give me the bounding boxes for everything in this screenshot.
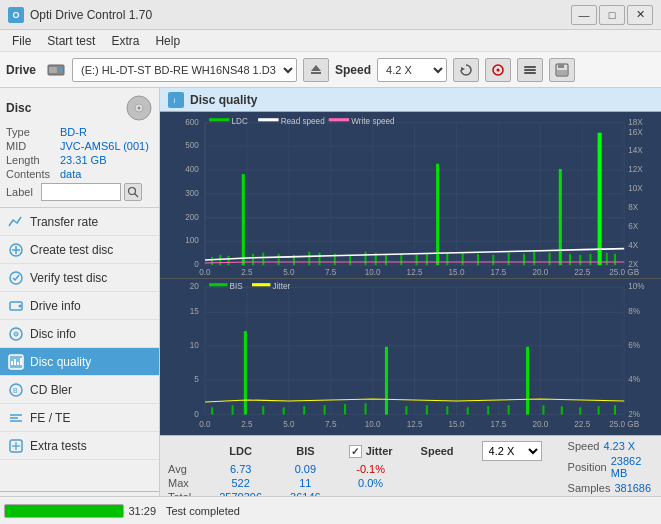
- svg-rect-9: [524, 69, 536, 71]
- svg-text:4X: 4X: [628, 241, 639, 250]
- status-text: Test completed: [166, 505, 240, 517]
- samples-row: Samples 381686: [568, 482, 655, 494]
- svg-rect-121: [549, 253, 551, 265]
- svg-rect-171: [211, 407, 213, 414]
- svg-rect-107: [364, 252, 366, 265]
- maximize-button[interactable]: □: [599, 5, 625, 25]
- disc-quality-icon: [8, 354, 24, 370]
- speed-select[interactable]: 4.2 X: [377, 58, 447, 82]
- mid-key: MID: [6, 140, 60, 152]
- position-row: Position 23862 MB: [568, 455, 655, 479]
- jitter-checkbox[interactable]: ✓: [349, 445, 362, 458]
- svg-text:12X: 12X: [628, 165, 643, 174]
- svg-rect-192: [614, 405, 616, 414]
- svg-rect-188: [542, 405, 544, 414]
- svg-text:6%: 6%: [628, 340, 640, 349]
- menu-file[interactable]: File: [4, 32, 39, 50]
- max-bis: 11: [276, 476, 335, 490]
- svg-text:6X: 6X: [628, 222, 639, 231]
- menubar: File Start test Extra Help: [0, 30, 661, 52]
- svg-text:10%: 10%: [628, 282, 645, 291]
- sidebar-item-drive-info[interactable]: Drive info: [0, 292, 159, 320]
- sidebar-item-verify-test-disc[interactable]: Verify test disc: [0, 264, 159, 292]
- svg-rect-169: [252, 283, 270, 286]
- svg-point-7: [497, 68, 500, 71]
- titlebar: O Opti Drive Control 1.70 — □ ✕: [0, 0, 661, 30]
- svg-text:200: 200: [185, 213, 199, 222]
- menu-extra[interactable]: Extra: [103, 32, 147, 50]
- svg-text:B: B: [13, 387, 18, 394]
- sidebar-item-create-test-disc[interactable]: Create test disc: [0, 236, 159, 264]
- stats-avg-row: Avg 6.73 0.09 -0.1%: [166, 462, 556, 476]
- eject-button[interactable]: [303, 58, 329, 82]
- label-row: Label: [6, 183, 153, 201]
- svg-text:Write speed: Write speed: [351, 117, 395, 126]
- minimize-button[interactable]: —: [571, 5, 597, 25]
- svg-rect-114: [446, 254, 448, 265]
- svg-rect-95: [211, 257, 213, 265]
- nav-items: Transfer rate Create test disc Verify te…: [0, 208, 159, 491]
- sidebar-item-extra-tests[interactable]: Extra tests: [0, 432, 159, 460]
- length-key: Length: [6, 154, 60, 166]
- menu-help[interactable]: Help: [147, 32, 188, 50]
- sidebar-item-disc-info[interactable]: Disc info: [0, 320, 159, 348]
- cd-bler-icon: B: [8, 382, 24, 398]
- disc-quality-title: Disc quality: [190, 93, 257, 107]
- label-search-button[interactable]: [124, 183, 142, 201]
- svg-text:10X: 10X: [628, 184, 643, 193]
- position-key: Position: [568, 461, 607, 473]
- svg-rect-97: [227, 256, 229, 265]
- max-jitter: 0.0%: [335, 476, 407, 490]
- svg-rect-182: [426, 405, 428, 414]
- sidebar-item-cd-bler[interactable]: B CD Bler: [0, 376, 159, 404]
- sidebar-item-transfer-rate[interactable]: Transfer rate: [0, 208, 159, 236]
- settings-button[interactable]: [517, 58, 543, 82]
- svg-text:22.5: 22.5: [574, 420, 590, 429]
- svg-point-2: [59, 68, 63, 72]
- svg-rect-111: [416, 255, 418, 265]
- svg-rect-129: [160, 279, 661, 435]
- max-label: Max: [166, 476, 205, 490]
- svg-rect-8: [524, 66, 536, 68]
- app-icon: O: [8, 7, 24, 23]
- samples-key: Samples: [568, 482, 611, 494]
- svg-point-16: [138, 107, 141, 110]
- window-controls[interactable]: — □ ✕: [571, 5, 653, 25]
- svg-rect-191: [598, 406, 600, 414]
- disc-image-icon: [125, 94, 153, 122]
- svg-rect-125: [589, 254, 591, 265]
- svg-rect-190: [579, 407, 581, 414]
- label-input[interactable]: [41, 183, 121, 201]
- speed-label: Speed: [335, 63, 371, 77]
- drive-icon: [46, 60, 66, 80]
- disc-header: Disc: [6, 94, 153, 122]
- sidebar-item-fe-te[interactable]: FE / TE: [0, 404, 159, 432]
- app-title: Opti Drive Control 1.70: [30, 8, 152, 22]
- disc-type-row: Type BD-R: [6, 126, 153, 138]
- svg-rect-116: [477, 254, 479, 265]
- stat-col-ldc: LDC: [205, 440, 276, 462]
- svg-rect-106: [349, 255, 351, 265]
- refresh-button[interactable]: [453, 58, 479, 82]
- content-area: i Disc quality: [160, 88, 661, 524]
- disc-quality-header-icon: i: [168, 92, 184, 108]
- verify-test-icon: [8, 270, 24, 286]
- length-val: 23.31 GB: [60, 154, 106, 166]
- speed-select-stats[interactable]: 4.2 X: [482, 441, 542, 461]
- svg-text:10: 10: [190, 340, 199, 349]
- fe-te-icon: [8, 410, 24, 426]
- svg-rect-112: [426, 254, 428, 265]
- save-button[interactable]: [549, 58, 575, 82]
- svg-rect-178: [344, 404, 346, 414]
- drive-select[interactable]: (E:) HL-DT-ST BD-RE WH16NS48 1.D3: [72, 58, 297, 82]
- svg-point-27: [15, 333, 17, 335]
- disc-quality-header: i Disc quality: [160, 88, 661, 112]
- drive-toolbar: Drive (E:) HL-DT-ST BD-RE WH16NS48 1.D3 …: [0, 52, 661, 88]
- disc-button[interactable]: [485, 58, 511, 82]
- svg-text:10.0: 10.0: [365, 268, 381, 277]
- svg-rect-175: [283, 407, 285, 414]
- sidebar-item-disc-quality[interactable]: Disc quality: [0, 348, 159, 376]
- menu-start-test[interactable]: Start test: [39, 32, 103, 50]
- svg-rect-93: [329, 118, 349, 121]
- close-button[interactable]: ✕: [627, 5, 653, 25]
